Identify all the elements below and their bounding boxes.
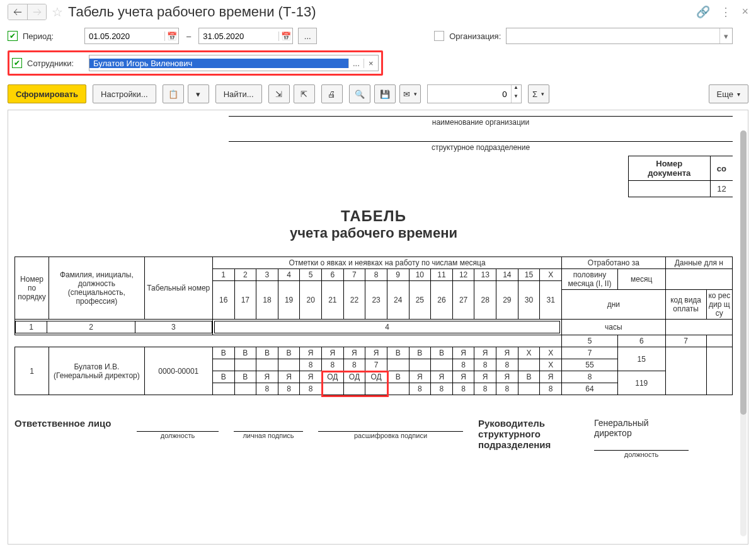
settings-button[interactable]: Настройки... (93, 84, 156, 103)
nav-back-button[interactable]: 🡠 (8, 4, 27, 20)
favorite-star-icon[interactable]: ☆ (52, 4, 63, 20)
preview-button[interactable]: 🔍 (349, 84, 370, 103)
email-button[interactable]: ✉▾ (399, 84, 421, 103)
org-input[interactable] (507, 32, 719, 41)
close-icon[interactable]: × (742, 5, 748, 19)
collapse-all-button[interactable]: ⇱ (294, 84, 315, 103)
calendar-icon[interactable]: 📅 (278, 32, 292, 41)
employees-label: Сотрудники: (27, 59, 84, 68)
dep-caption: структурное подразделение (229, 143, 733, 152)
report-viewport[interactable]: наименование организации структурное под… (8, 110, 748, 545)
employees-highlight-frame: ✔ Сотрудники: ... × (8, 50, 383, 76)
employees-input[interactable] (89, 59, 348, 68)
org-checkbox[interactable]: ✔ (434, 31, 444, 41)
date-dash: – (184, 32, 193, 41)
more-button[interactable]: Еще ▾ (709, 84, 748, 103)
employees-checkbox[interactable]: ✔ (12, 58, 22, 68)
vertical-scrollbar[interactable] (740, 130, 747, 536)
period-select-button[interactable]: ... (298, 28, 317, 44)
kebab-menu-icon[interactable]: ⋮ (720, 5, 731, 19)
report-title-1: ТАБЕЛЬ (14, 207, 733, 225)
save-variant-button[interactable]: 📋 (163, 84, 184, 103)
precision-input[interactable] (428, 89, 511, 99)
responsible-label: Ответственное лицо (14, 418, 122, 429)
print-button[interactable]: 🖨 (321, 84, 343, 103)
period-checkbox[interactable]: ✔ (8, 31, 18, 41)
generate-button[interactable]: Сформировать (8, 84, 86, 103)
org-caption: наименование организации (229, 118, 733, 127)
page-title: Табель учета рабочего времени (Т-13) (68, 4, 316, 20)
save-button[interactable]: 💾 (374, 84, 396, 103)
period-label: Период: (23, 32, 79, 41)
doc-number-table: Номер документа со 12 (628, 156, 733, 197)
dropdown-icon[interactable]: ▾ (719, 28, 733, 43)
calendar-icon[interactable]: 📅 (164, 32, 178, 41)
nav-forward-button[interactable]: 🡢 (27, 4, 46, 20)
report-title-2: учета рабочего времени (14, 225, 733, 241)
expand-all-button[interactable]: ⇲ (268, 84, 290, 103)
head-label: Руководитель структурного подразделения (478, 418, 579, 450)
link-icon[interactable]: 🔗 (696, 5, 710, 19)
date-from-field[interactable]: 📅 (84, 28, 179, 44)
load-variant-button[interactable]: ▾ (188, 84, 209, 103)
date-to-field[interactable]: 📅 (198, 28, 293, 44)
org-field[interactable]: ▾ (506, 28, 733, 44)
org-label: Организация: (449, 32, 501, 41)
precision-spinner[interactable]: ▲▼ (511, 85, 521, 103)
date-from-input[interactable] (85, 32, 164, 41)
find-button[interactable]: Найти... (215, 84, 262, 103)
sum-button[interactable]: Σ▾ (528, 84, 549, 103)
table-row: 1 Булатов И.В. (Генеральный директор) 00… (15, 347, 733, 359)
employees-clear-button[interactable]: × (364, 59, 378, 68)
timesheet-table: Номер по порядку Фамилия, инициалы, долж… (14, 257, 733, 395)
date-to-input[interactable] (199, 32, 278, 41)
precision-field[interactable]: ▲▼ (427, 84, 522, 103)
employees-field[interactable]: ... × (89, 55, 379, 71)
employees-select-button[interactable]: ... (348, 59, 363, 68)
